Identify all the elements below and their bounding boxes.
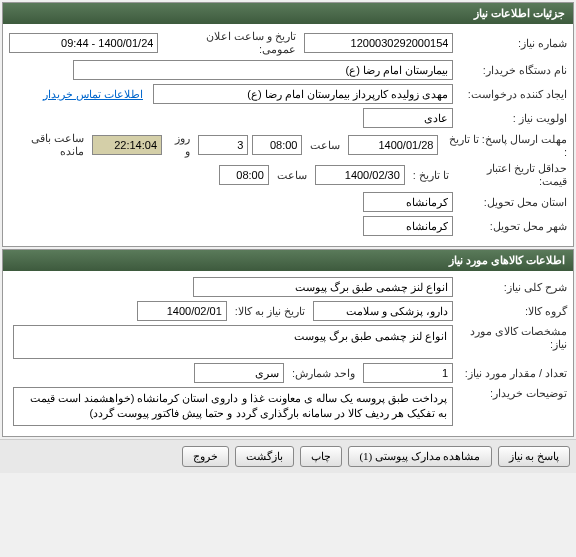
delivery-city-field[interactable] [363, 216, 453, 236]
need-no-field[interactable] [304, 33, 453, 53]
validity-label: حداقل تاریخ اعتبار قیمت: [457, 162, 567, 188]
general-desc-field[interactable] [193, 277, 453, 297]
device-label: نام دستگاه خریدار: [457, 64, 567, 77]
validity-time-label: ساعت [273, 169, 311, 182]
need-details-body: شماره نیاز: تاریخ و ساعت اعلان عمومی: نا… [3, 24, 573, 246]
spec-field[interactable]: انواع لنز چشمی طبق برگ پیوست [13, 325, 453, 359]
button-bar: پاسخ به نیاز مشاهده مدارک پیوستی (1) چاپ… [0, 439, 576, 473]
validity-date-field[interactable] [315, 165, 405, 185]
group-date-field[interactable] [137, 301, 227, 321]
contact-buyer-link[interactable]: اطلاعات تماس خریدار [43, 88, 143, 101]
notes-label: توضیحات خریدار: [457, 387, 567, 400]
delivery-state-label: استان محل تحویل: [457, 196, 567, 209]
group-label: گروه کالا: [457, 305, 567, 318]
goods-info-panel: اطلاعات کالاهای مورد نیاز شرح کلی نیاز: … [2, 249, 574, 437]
unit-field[interactable] [194, 363, 284, 383]
goods-info-body: شرح کلی نیاز: گروه کالا: تاریخ نیاز به ک… [3, 271, 573, 436]
remaining-time-field[interactable] [92, 135, 162, 155]
priority-field[interactable] [363, 108, 453, 128]
unit-label: واحد شمارش: [288, 367, 359, 380]
respond-button[interactable]: پاسخ به نیاز [498, 446, 571, 467]
exit-button[interactable]: خروج [182, 446, 229, 467]
goods-info-header: اطلاعات کالاهای مورد نیاز [3, 250, 573, 271]
priority-label: اولویت نیاز : [457, 112, 567, 125]
validity-time-field[interactable] [219, 165, 269, 185]
need-details-panel: جزئیات اطلاعات نیاز شماره نیاز: تاریخ و … [2, 2, 574, 247]
qty-field[interactable] [363, 363, 453, 383]
back-button[interactable]: بازگشت [235, 446, 294, 467]
deadline-time-label: ساعت [306, 139, 344, 152]
validity-to-label: تا تاریخ : [409, 169, 453, 182]
need-no-label: شماره نیاز: [457, 37, 567, 50]
creator-label: ایجاد کننده درخواست: [457, 88, 567, 101]
remaining-label: ساعت باقی مانده [9, 132, 88, 158]
print-button[interactable]: چاپ [300, 446, 342, 467]
delivery-city-label: شهر محل تحویل: [457, 220, 567, 233]
attachments-button[interactable]: مشاهده مدارک پیوستی (1) [348, 446, 491, 467]
qty-label: تعداد / مقدار مورد نیاز: [457, 367, 567, 380]
announce-field[interactable] [9, 33, 158, 53]
notes-field[interactable]: پرداخت طبق پروسه یک ساله ی معاونت غذا و … [13, 387, 453, 426]
deadline-time-field[interactable] [252, 135, 302, 155]
days-field[interactable] [198, 135, 248, 155]
group-field[interactable] [313, 301, 453, 321]
group-date-label: تاریخ نیاز به کالا: [231, 305, 309, 318]
creator-field[interactable] [153, 84, 453, 104]
deadline-label: مهلت ارسال پاسخ: تا تاریخ : [442, 133, 567, 158]
announce-label: تاریخ و ساعت اعلان عمومی: [162, 30, 300, 56]
deadline-date-field[interactable] [348, 135, 438, 155]
general-desc-label: شرح کلی نیاز: [457, 281, 567, 294]
device-field[interactable] [73, 60, 453, 80]
days-label: روز و [166, 132, 194, 158]
spec-label: مشخصات کالای مورد نیاز: [457, 325, 567, 351]
need-details-header: جزئیات اطلاعات نیاز [3, 3, 573, 24]
delivery-state-field[interactable] [363, 192, 453, 212]
